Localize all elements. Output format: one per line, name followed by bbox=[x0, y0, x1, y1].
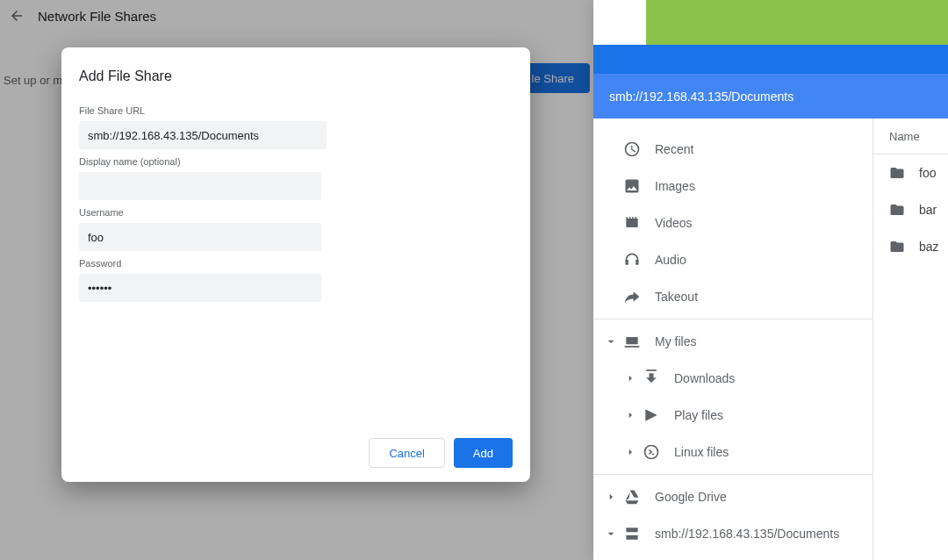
sidebar-item-downloads[interactable]: Downloads bbox=[593, 360, 873, 397]
files-window: smb://192.168.43.135/Documents Recent Im… bbox=[593, 0, 948, 560]
folder-icon bbox=[889, 165, 905, 181]
sidebar-item-linux-files[interactable]: Linux files bbox=[593, 434, 873, 470]
download-icon bbox=[643, 370, 660, 387]
file-name: bar bbox=[919, 203, 937, 217]
sidebar-label: Recent bbox=[655, 142, 693, 156]
image-icon bbox=[623, 177, 641, 195]
chevron-right-icon bbox=[623, 408, 637, 422]
sidebar-item-recent[interactable]: Recent bbox=[593, 131, 873, 168]
clock-icon bbox=[623, 140, 641, 158]
sidebar-label: Takeout bbox=[655, 290, 698, 304]
list-item[interactable]: bar bbox=[873, 191, 948, 228]
chevron-right-icon bbox=[623, 371, 637, 385]
file-name: foo bbox=[919, 166, 936, 180]
file-list: Name foo bar baz bbox=[873, 118, 948, 560]
cancel-button[interactable]: Cancel bbox=[369, 438, 444, 468]
sidebar-item-audio[interactable]: Audio bbox=[593, 241, 873, 278]
cancel-label: Cancel bbox=[389, 447, 424, 460]
add-file-share-dialog: Add File Share File Share URL Display na… bbox=[61, 47, 530, 482]
smb-share-icon bbox=[623, 525, 641, 542]
username-label: Username bbox=[79, 207, 513, 218]
laptop-icon bbox=[623, 333, 641, 350]
google-drive-icon bbox=[623, 488, 641, 506]
chevron-down-icon bbox=[604, 334, 618, 348]
dialog-title: Add File Share bbox=[79, 68, 513, 84]
sidebar-label: Google Drive bbox=[655, 490, 727, 504]
column-header-label: Name bbox=[889, 130, 920, 143]
address-bar: smb://192.168.43.135/Documents bbox=[593, 74, 948, 118]
add-label: Add bbox=[473, 447, 493, 460]
sidebar-item-videos[interactable]: Videos bbox=[593, 205, 873, 241]
list-item[interactable]: foo bbox=[873, 154, 948, 191]
sidebar-item-smb-mount[interactable]: smb://192.168.43.135/Documents bbox=[593, 515, 873, 552]
files-body: Recent Images Videos Audio Takeout bbox=[593, 118, 948, 560]
sidebar-label: Images bbox=[655, 179, 695, 193]
username-input[interactable] bbox=[79, 223, 321, 251]
headphones-icon bbox=[623, 251, 641, 269]
sidebar-label: My files bbox=[655, 334, 696, 348]
file-name: baz bbox=[919, 240, 939, 254]
sidebar-separator bbox=[593, 319, 873, 319]
chevron-down-icon bbox=[604, 527, 618, 541]
chevron-right-icon bbox=[623, 445, 637, 459]
password-input[interactable] bbox=[79, 274, 321, 302]
settings-window: Network File Shares Set up or m le Share… bbox=[0, 0, 607, 560]
video-icon bbox=[623, 214, 641, 232]
display-name-input[interactable] bbox=[79, 172, 321, 200]
address-text: smb://192.168.43.135/Documents bbox=[609, 90, 794, 104]
sidebar-item-takeout[interactable]: Takeout bbox=[593, 278, 873, 315]
password-label: Password bbox=[79, 258, 513, 269]
folder-icon bbox=[889, 239, 905, 255]
sidebar-label: Videos bbox=[655, 216, 693, 230]
sidebar-item-my-files[interactable]: My files bbox=[593, 323, 873, 360]
sidebar-item-google-drive[interactable]: Google Drive bbox=[593, 478, 873, 515]
sidebar-item-play-files[interactable]: Play files bbox=[593, 397, 873, 434]
terminal-icon bbox=[643, 443, 660, 461]
sidebar-label: Downloads bbox=[674, 371, 735, 385]
sidebar-separator bbox=[593, 474, 873, 475]
window-frame-top bbox=[646, 0, 948, 45]
toolbar-strip bbox=[593, 45, 948, 74]
sidebar: Recent Images Videos Audio Takeout bbox=[593, 118, 873, 560]
list-item[interactable]: baz bbox=[873, 228, 948, 265]
chevron-right-icon bbox=[604, 490, 618, 504]
sidebar-label: Linux files bbox=[674, 445, 729, 459]
dialog-actions: Cancel Add bbox=[79, 438, 513, 468]
sidebar-label: smb://192.168.43.135/Documents bbox=[655, 527, 839, 541]
sidebar-item-images[interactable]: Images bbox=[593, 168, 873, 205]
play-triangle-icon bbox=[643, 406, 660, 424]
url-input[interactable] bbox=[79, 121, 327, 149]
url-label: File Share URL bbox=[79, 105, 513, 116]
add-button[interactable]: Add bbox=[454, 438, 513, 468]
display-name-label: Display name (optional) bbox=[79, 156, 513, 167]
folder-icon bbox=[889, 202, 905, 218]
sidebar-item-my-folder[interactable]: My folder bbox=[593, 552, 873, 560]
column-header-name[interactable]: Name bbox=[873, 118, 948, 154]
sidebar-label: Audio bbox=[655, 253, 686, 267]
share-arrow-icon bbox=[623, 288, 641, 305]
sidebar-label: Play files bbox=[674, 408, 723, 422]
